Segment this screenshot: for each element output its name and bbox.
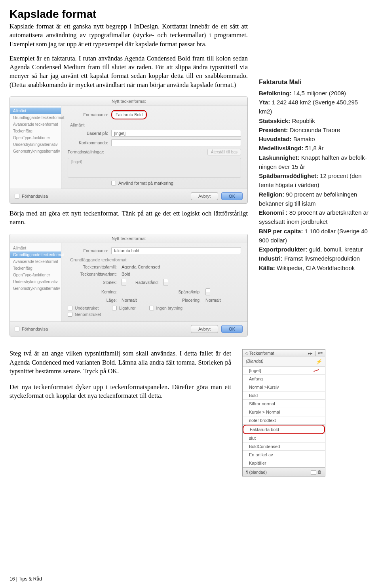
panel-item[interactable]: Siffror normal <box>243 400 325 408</box>
panel-item[interactable]: slut <box>243 434 325 442</box>
section-header: Grundläggande teckenformat <box>68 257 241 265</box>
sidebar-item-teckenfarg[interactable]: Teckenfärg <box>10 265 61 272</box>
strikethrough-label: Genomstruket <box>75 312 101 317</box>
faktaruta-key: Befolkning: <box>259 90 293 96</box>
position-label: Placering: <box>171 298 203 303</box>
cancel-button[interactable]: Avbryt <box>191 325 218 333</box>
preview-checkbox[interactable] <box>15 194 19 199</box>
case-label: Läge: <box>68 298 119 303</box>
variant-select[interactable]: Bold <box>122 272 241 276</box>
dialog-nytt-teckenformat-allmant: Nytt teckenformat Allmänt Grundläggande … <box>10 96 248 204</box>
sidebar-item-teckenfarg[interactable]: Teckenfärg <box>10 128 61 134</box>
formatinst-label: Formatinställningar: <box>68 149 207 154</box>
preview-checkbox[interactable] <box>15 327 19 331</box>
faktaruta-value: Dioncounda Traore <box>290 127 340 133</box>
sidebar-item-allmant[interactable]: Allmänt <box>10 108 61 114</box>
faktaruta-row: Yta: 1 242 448 km2 (Sverige 450,295 km2) <box>259 98 370 116</box>
faktaruta-key: Läskunnighet: <box>259 154 301 161</box>
preview-label: Förhandsvisa <box>22 194 48 199</box>
family-label: Teckensnittsfamilj: <box>68 265 119 269</box>
size-stepper[interactable] <box>122 279 126 286</box>
apply-checkbox-label: Använd format på markering <box>118 181 173 185</box>
strikethrough-checkbox[interactable] <box>68 312 72 317</box>
sidebar-item-avancerade[interactable]: Avancerade teckenformat <box>10 258 61 265</box>
section-header: Allmänt <box>68 122 241 130</box>
reset-button[interactable]: Återställ till bas <box>207 149 241 155</box>
faktaruta-row: President: Dioncounda Traore <box>259 125 370 134</box>
faktaruta-title: Faktaruta Mali <box>259 78 370 87</box>
faktaruta-value: 51,8 år <box>305 145 324 151</box>
panel-menu-icon[interactable]: ▸▸ │ ▾≡ <box>308 351 323 355</box>
family-select[interactable]: Agenda Condensed <box>122 265 241 269</box>
panel-item[interactable]: [Inget] <box>243 367 325 375</box>
faktaruta-key: Statsskick: <box>259 117 292 124</box>
panel-item[interactable]: Normal >Kursiv <box>243 383 325 391</box>
dialog-sidebar: Allmänt Grundläggande teckenformat Avanc… <box>10 106 61 189</box>
dialog-title: Nytt teckenformat <box>10 234 247 243</box>
panel-item[interactable]: Bold <box>243 391 325 400</box>
sidebar-item-grundlaggande[interactable]: Grundläggande teckenformat <box>10 251 61 258</box>
faktaruta-value: Främst livsmedelsproduktion <box>284 255 360 262</box>
cancel-button[interactable]: Avbryt <box>191 192 218 200</box>
format-settings-well: [Inget] <box>68 158 241 178</box>
kerning-label: Kerning: <box>68 289 119 294</box>
panel-tab-label[interactable]: Teckenformat <box>249 351 274 355</box>
faktaruta-key: Huvudstad: <box>259 136 293 142</box>
sidebar-item-understrykning[interactable]: Understrykningsalternativ <box>10 278 61 285</box>
faktaruta-row: Läskunnighet: Knappt hälften av befolk­n… <box>259 153 370 172</box>
leading-stepper[interactable] <box>163 279 168 286</box>
position-select[interactable]: Normalt <box>205 298 241 303</box>
variant-label: Teckensnittsvariant: <box>68 272 119 276</box>
new-style-icon[interactable] <box>311 470 316 475</box>
formatnamn-input[interactable]: faktaruta bold <box>111 247 241 254</box>
sidebar-item-opentype[interactable]: OpenType-funktioner <box>10 272 61 278</box>
ok-button[interactable]: OK <box>221 192 243 200</box>
faktaruta-key: Medellivslängd: <box>259 145 305 151</box>
panel-item[interactable]: Anfang <box>243 375 325 383</box>
underline-label: Understruket <box>75 306 99 310</box>
apply-checkbox[interactable] <box>111 181 116 185</box>
sidebar-item-allmant[interactable]: Allmänt <box>10 245 61 251</box>
ligatures-label: Ligaturer <box>119 306 135 310</box>
paragraph-3: Börja med att göra ett nytt teckenformat… <box>10 209 248 227</box>
panel-current-style: (Blandat) <box>246 359 264 365</box>
sidebar-item-grundlaggande[interactable]: Grundläggande teckenformat <box>10 114 61 121</box>
nobreak-checkbox[interactable] <box>149 306 154 310</box>
faktaruta-value: 1 242 448 km2 (Sverige 450,295 km2) <box>259 99 358 115</box>
trash-icon[interactable]: 🗑 <box>317 469 322 474</box>
sidebar-item-understrykning[interactable]: Understrykningsalternativ <box>10 141 61 148</box>
faktaruta-value: Wikipedia, CIA Worldfactbook <box>277 265 355 271</box>
faktaruta-row: Spädbarnsdödlighet: 12 procent (den femt… <box>259 171 370 190</box>
panel-item[interactable]: En artikel av <box>243 451 325 459</box>
faktaruta-key: Ekonomi : <box>259 209 289 216</box>
panel-item[interactable]: Faktarurta bold <box>243 425 325 434</box>
sidebar-item-opentype[interactable]: OpenType-funktioner <box>10 134 61 141</box>
faktaruta-value: 14,5 miljoner (2009) <box>293 90 346 96</box>
kortkommando-input[interactable] <box>111 139 241 146</box>
underline-checkbox[interactable] <box>68 306 72 310</box>
panel-item[interactable]: noter brödtext <box>243 416 325 425</box>
dialog-nytt-teckenformat-grundlaggande: Nytt teckenformat Allmänt Grundläggande … <box>10 234 248 337</box>
baserat-select[interactable]: [Inget] <box>111 130 241 137</box>
faktaruta-mali: Faktaruta Mali Befolkning: 14,5 miljoner… <box>259 78 370 272</box>
sidebar-item-genomstrykning[interactable]: Genomstrykningsalternativ <box>10 148 61 155</box>
ok-button[interactable]: OK <box>221 325 243 333</box>
ligatures-checkbox[interactable] <box>112 306 117 310</box>
page-footer: 16 | Tips & Råd <box>10 576 42 582</box>
kortkommando-label: Kortkommando: <box>68 140 111 145</box>
panel-footer-text: ¶ (blandad) <box>246 470 267 475</box>
formatnamn-input[interactable]: Faktaruta Bold <box>113 111 145 118</box>
tracking-stepper[interactable] <box>205 288 210 295</box>
override-icon[interactable]: ⚡ <box>315 359 322 365</box>
formatnamn-label: Formatnamn: <box>68 112 111 117</box>
case-select[interactable]: Normalt <box>122 298 169 303</box>
intro-paragraph: Kapslade format är ett ganska nytt begre… <box>10 22 248 49</box>
panel-item[interactable]: Kapitäler <box>243 459 325 467</box>
panel-item[interactable]: BoldCondensed <box>243 442 325 451</box>
faktaruta-row: Statsskick: Republik <box>259 116 370 125</box>
sidebar-item-genomstrykning[interactable]: Genomstrykningsalternativ <box>10 285 61 292</box>
panel-item[interactable]: Kursiv > Normal <box>243 408 325 416</box>
sidebar-item-avancerade[interactable]: Avancerade teckenformat <box>10 121 61 128</box>
paragraph-4: Steg två är att ange vilken typsnittfami… <box>10 349 231 376</box>
faktaruta-key: Källa: <box>259 265 277 271</box>
